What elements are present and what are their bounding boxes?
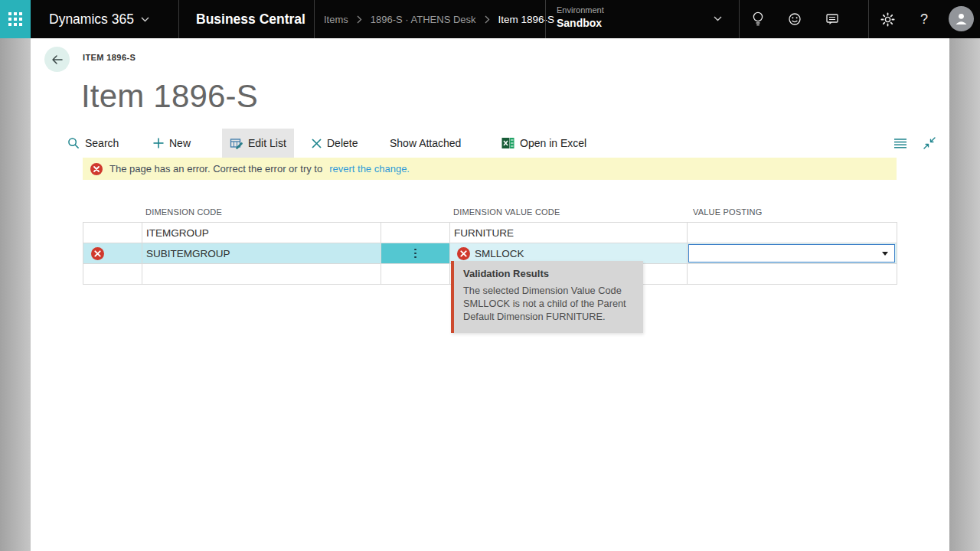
revert-change-link[interactable]: revert the change. <box>329 163 410 174</box>
cell-text: SUBITEMGROUP <box>146 248 230 259</box>
new-label: New <box>169 137 191 149</box>
value-posting-cell <box>688 243 897 264</box>
person-icon <box>954 11 969 26</box>
row-options-cell[interactable] <box>381 264 450 285</box>
breadcrumb: Items 1896-S · ATHENS Desk Item 1896-S <box>324 0 554 38</box>
question-mark-icon: ? <box>920 11 928 28</box>
back-button[interactable] <box>44 47 70 72</box>
breadcrumb-current: Item 1896-S <box>498 14 555 25</box>
lightbulb-icon <box>751 10 765 28</box>
page-caption: ITEM 1896-S <box>83 53 136 62</box>
list-view-button[interactable] <box>893 138 907 148</box>
cell-error-icon <box>457 247 470 260</box>
table-row: ITEMGROUP FURNITURE <box>83 223 897 243</box>
row-error-icon <box>91 247 104 260</box>
delete-button[interactable]: Delete <box>312 129 358 158</box>
page-right-gutter <box>949 38 980 551</box>
chevron-right-icon <box>357 15 362 24</box>
page-title: Item 1896-S <box>81 78 258 115</box>
validation-results-tooltip: Validation Results The selected Dimensio… <box>451 261 643 333</box>
app-launcher-button[interactable] <box>0 0 31 38</box>
page-content: ITEM 1896-S Item 1896-S Search New <box>31 38 949 551</box>
cell-text: FURNITURE <box>454 227 514 239</box>
collapse-arrows-icon <box>923 137 936 149</box>
app-name: Business Central <box>196 0 305 38</box>
environment-label: Environment <box>557 5 604 15</box>
cell-text: SMLLOCK <box>475 248 524 259</box>
chevron-right-icon <box>485 15 490 24</box>
edit-list-icon <box>230 137 243 150</box>
top-navigation-bar: Dynamics 365 Business Central Items 1896… <box>0 0 980 38</box>
divider <box>739 0 740 38</box>
search-label: Search <box>85 137 119 149</box>
divider <box>178 0 179 38</box>
ideas-button[interactable] <box>745 0 771 38</box>
new-button[interactable]: New <box>153 129 191 158</box>
plus-icon <box>153 138 164 148</box>
action-toolbar: Search New Edit List Delete <box>31 129 949 158</box>
help-button[interactable]: ? <box>911 0 937 38</box>
speech-bubble-icon <box>825 11 840 27</box>
environment-value: Sandbox <box>557 17 602 29</box>
row-indicator-cell[interactable] <box>83 264 142 285</box>
chevron-down-icon <box>141 17 149 22</box>
page-left-gutter <box>0 38 31 551</box>
delete-label: Delete <box>327 137 358 149</box>
value-posting-cell[interactable] <box>688 223 897 243</box>
row-indicator-cell[interactable] <box>83 223 142 243</box>
environment-picker[interactable]: Environment Sandbox <box>557 0 739 38</box>
error-icon <box>90 163 103 175</box>
value-posting-select[interactable] <box>688 244 895 262</box>
column-header-dimension-value-code[interactable]: DIMENSION VALUE CODE <box>453 207 560 217</box>
cell-text: ITEMGROUP <box>146 227 209 239</box>
breadcrumb-items[interactable]: Items <box>324 14 348 25</box>
delete-x-icon <box>312 139 322 148</box>
search-icon <box>67 137 80 149</box>
table-header-row: DIMENSION CODE DIMENSION VALUE CODE VALU… <box>83 197 897 222</box>
show-attached-label: Show Attached <box>390 137 461 149</box>
show-attached-button[interactable]: Show Attached <box>390 129 461 158</box>
edit-list-label: Edit List <box>248 137 286 149</box>
open-in-excel-label: Open in Excel <box>520 137 586 149</box>
column-header-value-posting[interactable]: VALUE POSTING <box>693 207 762 217</box>
open-in-excel-button[interactable]: Open in Excel <box>501 129 586 158</box>
dimension-code-cell[interactable]: ITEMGROUP <box>142 223 381 243</box>
divider <box>314 0 315 38</box>
edit-list-button[interactable]: Edit List <box>222 129 294 158</box>
dimension-value-code-cell[interactable]: FURNITURE <box>450 223 688 243</box>
row-options-cell[interactable] <box>381 223 450 243</box>
column-header-dimension-code[interactable]: DIMENSION CODE <box>145 207 222 217</box>
breadcrumb-item-desc[interactable]: 1896-S · ATHENS Desk <box>371 14 476 25</box>
product-switcher[interactable]: Dynamics 365 <box>49 0 149 38</box>
dropdown-caret-icon <box>882 252 888 256</box>
page-error-banner: The page has an error. Correct the error… <box>83 158 897 180</box>
gear-icon <box>880 11 896 28</box>
account-avatar[interactable] <box>949 6 974 31</box>
waffle-icon <box>8 12 22 26</box>
settings-button[interactable] <box>874 0 900 38</box>
row-indicator-cell[interactable] <box>83 243 142 264</box>
chevron-down-icon <box>714 16 722 21</box>
row-options-cell[interactable] <box>381 243 450 264</box>
excel-icon <box>501 137 514 149</box>
feedback-button[interactable] <box>782 0 808 38</box>
arrow-left-icon <box>51 54 64 66</box>
ellipsis-vertical-icon[interactable] <box>414 249 416 259</box>
list-icon <box>893 138 907 148</box>
dimension-code-cell[interactable]: SUBITEMGROUP <box>142 243 381 264</box>
product-name: Dynamics 365 <box>49 11 134 28</box>
error-message: The page has an error. Correct the error… <box>109 163 322 174</box>
smiley-icon <box>787 11 802 27</box>
divider <box>868 0 869 38</box>
validation-title: Validation Results <box>463 268 633 279</box>
validation-message: The selected Dimension Value Code SMLLOC… <box>463 285 633 324</box>
search-button[interactable]: Search <box>67 129 119 158</box>
dimension-code-cell[interactable] <box>142 264 381 285</box>
value-posting-cell[interactable] <box>688 264 897 285</box>
message-button[interactable] <box>819 0 845 38</box>
collapse-button[interactable] <box>923 137 936 149</box>
divider <box>545 0 546 38</box>
